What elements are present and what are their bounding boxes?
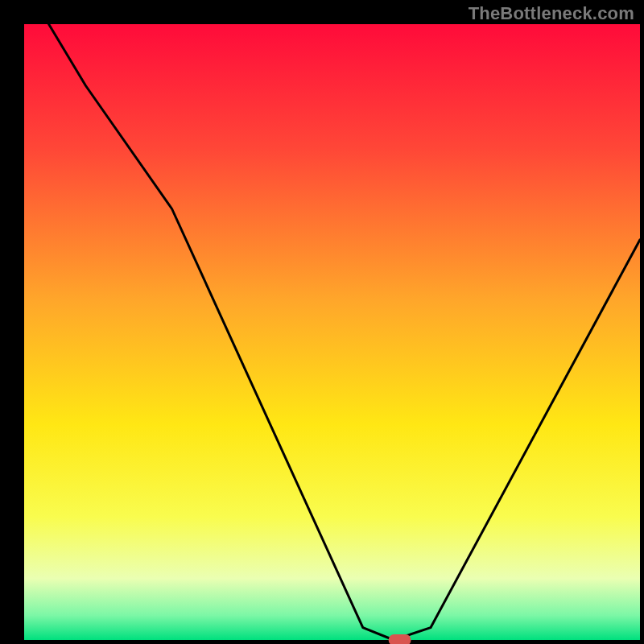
watermark-label: TheBottleneck.com: [469, 3, 634, 24]
bottleneck-chart: [0, 0, 644, 644]
chart-container: TheBottleneck.com: [0, 0, 644, 644]
chart-gradient-bg: [24, 24, 640, 640]
optimal-marker: [389, 634, 411, 644]
